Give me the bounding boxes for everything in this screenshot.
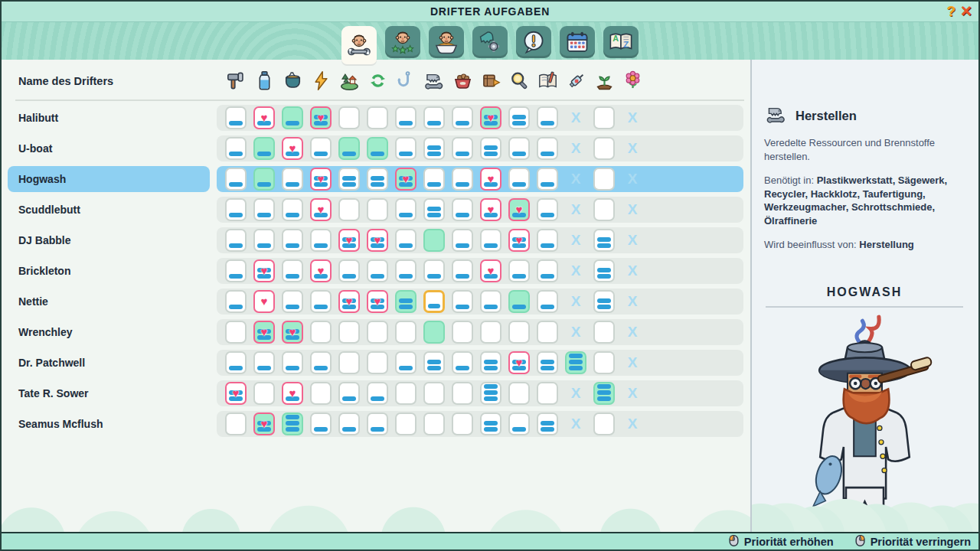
task-cell[interactable]	[310, 412, 332, 435]
task-cell[interactable]	[253, 168, 275, 191]
task-cell[interactable]	[225, 229, 247, 252]
task-cell[interactable]	[395, 412, 416, 435]
task-cell[interactable]: ♥	[310, 259, 332, 282]
tab-drifter-food[interactable]	[429, 26, 464, 58]
task-cell[interactable]	[452, 168, 473, 191]
tab-calendar[interactable]	[560, 26, 595, 58]
close-button[interactable]: ✕	[960, 2, 972, 21]
task-cell[interactable]	[537, 412, 558, 435]
task-cell[interactable]: ♥	[253, 321, 275, 344]
task-cell[interactable]: ♥	[253, 106, 275, 129]
drifter-name[interactable]: Halibutt	[18, 112, 58, 124]
task-cell[interactable]	[593, 412, 615, 435]
task-cell[interactable]	[395, 290, 416, 313]
task-cell[interactable]	[480, 321, 501, 344]
task-cell[interactable]	[282, 229, 303, 252]
tab-book-az[interactable]: AZ	[603, 26, 639, 58]
task-cell[interactable]	[225, 290, 247, 313]
task-cell[interactable]	[338, 106, 360, 129]
task-cell[interactable]	[225, 259, 247, 282]
task-cell[interactable]	[480, 290, 501, 313]
task-cell[interactable]	[395, 351, 416, 374]
task-cell[interactable]	[367, 259, 388, 282]
task-cell[interactable]: ♥	[480, 198, 501, 221]
tab-saw-gear[interactable]	[472, 26, 508, 58]
task-cell[interactable]	[452, 198, 473, 221]
tab-drifter-stars[interactable]	[385, 26, 420, 58]
task-cell[interactable]	[480, 412, 501, 435]
task-cell[interactable]	[593, 290, 615, 313]
task-cell[interactable]	[338, 198, 360, 221]
task-cell[interactable]	[282, 290, 303, 313]
help-button[interactable]: ?	[946, 2, 956, 21]
task-cell[interactable]	[310, 229, 332, 252]
task-cell[interactable]	[537, 351, 558, 374]
task-cell[interactable]	[480, 351, 501, 374]
task-cell[interactable]	[225, 168, 247, 191]
task-cell[interactable]	[593, 321, 615, 344]
task-cell[interactable]	[480, 137, 501, 160]
task-cell[interactable]	[593, 259, 615, 282]
task-cell[interactable]: ♥	[310, 106, 332, 129]
task-cell[interactable]	[452, 259, 473, 282]
task-cell[interactable]	[452, 106, 473, 129]
task-cell[interactable]	[423, 198, 445, 221]
drifter-name[interactable]: U-boat	[18, 142, 52, 155]
task-cell[interactable]	[395, 198, 416, 221]
task-cell[interactable]	[508, 290, 530, 313]
tab-alert-bubble[interactable]	[516, 26, 551, 58]
task-cell[interactable]	[537, 198, 558, 221]
task-cell[interactable]	[395, 321, 416, 344]
task-cell[interactable]	[593, 351, 615, 374]
task-cell[interactable]	[282, 168, 303, 191]
task-cell[interactable]	[338, 412, 360, 435]
task-cell[interactable]: ♥	[508, 198, 530, 221]
task-cell[interactable]	[367, 351, 388, 374]
task-cell[interactable]: ♥	[225, 382, 247, 405]
task-cell[interactable]	[508, 168, 530, 191]
task-cell[interactable]	[593, 229, 615, 252]
task-cell[interactable]	[225, 351, 247, 374]
task-cell[interactable]	[593, 106, 615, 129]
task-cell[interactable]	[253, 137, 275, 160]
task-cell[interactable]	[537, 106, 558, 129]
task-cell[interactable]	[423, 106, 445, 129]
task-cell[interactable]	[537, 321, 558, 344]
task-cell[interactable]	[508, 321, 530, 344]
task-cell[interactable]	[282, 259, 303, 282]
task-cell[interactable]	[423, 229, 445, 252]
task-cell[interactable]	[338, 321, 360, 344]
task-cell[interactable]	[395, 259, 416, 282]
task-cell[interactable]: ♥	[310, 168, 332, 191]
task-cell[interactable]	[282, 412, 303, 435]
task-cell[interactable]: ♥	[367, 290, 388, 313]
task-cell[interactable]	[537, 168, 558, 191]
task-cell[interactable]	[565, 351, 586, 374]
task-cell[interactable]	[423, 290, 445, 313]
drifter-name[interactable]: Hogwash	[18, 173, 66, 185]
task-cell[interactable]	[423, 382, 445, 405]
task-cell[interactable]	[367, 412, 388, 435]
task-cell[interactable]	[423, 412, 445, 435]
task-cell[interactable]	[310, 382, 332, 405]
drifter-name[interactable]: Brickleton	[18, 265, 70, 277]
task-cell[interactable]: ♥	[253, 290, 275, 313]
task-cell[interactable]: ♥	[395, 168, 416, 191]
task-cell[interactable]	[537, 137, 558, 160]
task-cell[interactable]: ♥	[310, 198, 332, 221]
task-cell[interactable]	[367, 168, 388, 191]
task-cell[interactable]	[253, 198, 275, 221]
task-cell[interactable]	[338, 382, 360, 405]
task-cell[interactable]	[225, 137, 247, 160]
task-cell[interactable]: ♥	[282, 382, 303, 405]
task-cell[interactable]	[508, 106, 530, 129]
task-cell[interactable]	[395, 382, 416, 405]
drifter-name[interactable]: Scuddlebutt	[18, 204, 80, 216]
task-cell[interactable]	[423, 321, 445, 344]
task-cell[interactable]	[225, 412, 247, 435]
task-cell[interactable]	[338, 137, 360, 160]
task-cell[interactable]	[367, 382, 388, 405]
task-cell[interactable]	[367, 106, 388, 129]
task-cell[interactable]	[395, 106, 416, 129]
task-cell[interactable]	[537, 259, 558, 282]
